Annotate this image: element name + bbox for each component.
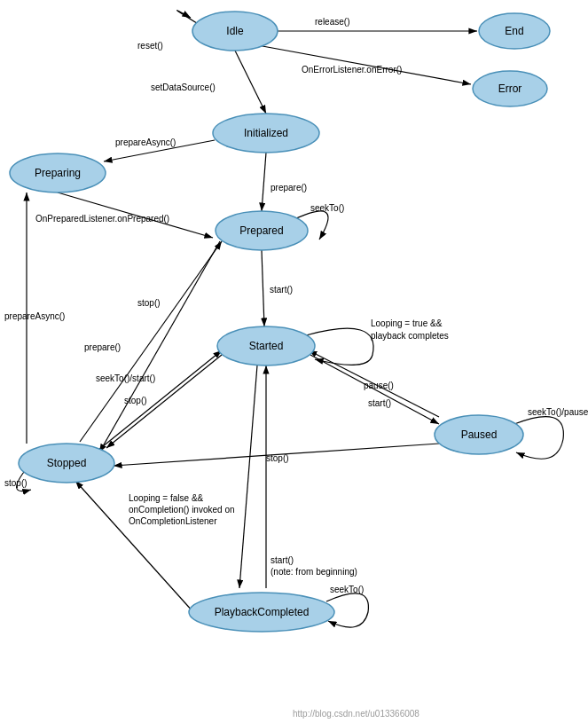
label-pause: pause() bbox=[364, 381, 394, 390]
svg-line-6 bbox=[262, 153, 266, 211]
label-start-paused: start() bbox=[368, 398, 391, 408]
label-stop-stopped: stop() bbox=[4, 478, 27, 488]
watermark: http://blog.csdn.net/u013366008 bbox=[293, 709, 419, 719]
label-seekto-prepared: seekTo() bbox=[310, 203, 344, 213]
label-seekto-playback: seekTo() bbox=[330, 585, 364, 594]
label-release: release() bbox=[315, 17, 349, 27]
label-error: Error bbox=[498, 83, 522, 95]
label-seekto-start-stopped: seekTo()/start() bbox=[96, 373, 155, 383]
label-prepare-init: prepare() bbox=[270, 183, 307, 193]
label-initialized: Initialized bbox=[244, 127, 288, 139]
diagram-container: release() OnErrorListener.onError() setD… bbox=[0, 0, 588, 723]
label-onprepared: OnPreparedListener.onPrepared() bbox=[35, 214, 169, 224]
label-prepareasync-stopped: prepareAsync() bbox=[4, 311, 65, 321]
label-looping-false3: OnCompletionListener bbox=[129, 516, 217, 526]
svg-line-17 bbox=[239, 365, 257, 588]
label-stop-prepared: stop() bbox=[137, 298, 161, 308]
label-stopped: Stopped bbox=[47, 457, 87, 469]
label-setdatasource: setDataSource() bbox=[151, 83, 216, 92]
label-prepareasync-init: prepareAsync() bbox=[115, 138, 176, 147]
label-started: Started bbox=[249, 340, 284, 352]
svg-line-15 bbox=[98, 350, 222, 451]
label-looping-false: Looping = false && bbox=[129, 493, 204, 503]
label-looping: Looping = true && bbox=[371, 318, 443, 328]
svg-line-4 bbox=[235, 51, 266, 114]
label-playback-completed: PlaybackCompleted bbox=[215, 606, 310, 618]
label-preparing: Preparing bbox=[35, 167, 81, 179]
label-start-playback2: (note: from beginning) bbox=[270, 567, 357, 577]
label-idle: Idle bbox=[226, 25, 244, 37]
label-start-playback: start() bbox=[270, 555, 294, 565]
label-looping-false2: onCompletion() invoked on bbox=[129, 505, 235, 515]
label-stop-paused: stop() bbox=[266, 453, 289, 463]
label-end: End bbox=[505, 25, 523, 37]
label-onerror: OnErrorListener.onError() bbox=[302, 65, 402, 75]
label-prepare-stopped: prepare() bbox=[84, 342, 121, 352]
svg-line-8 bbox=[262, 250, 264, 326]
label-stop-started: stop() bbox=[124, 396, 147, 405]
label-paused: Paused bbox=[461, 428, 498, 441]
label-start-prepared: start() bbox=[270, 285, 293, 295]
label-seekto-pause: seekTo()/pause() bbox=[528, 407, 588, 417]
label-reset-idle: reset() bbox=[137, 41, 163, 51]
label-prepared: Prepared bbox=[239, 224, 283, 237]
label-looping2: playback completes bbox=[371, 331, 449, 341]
